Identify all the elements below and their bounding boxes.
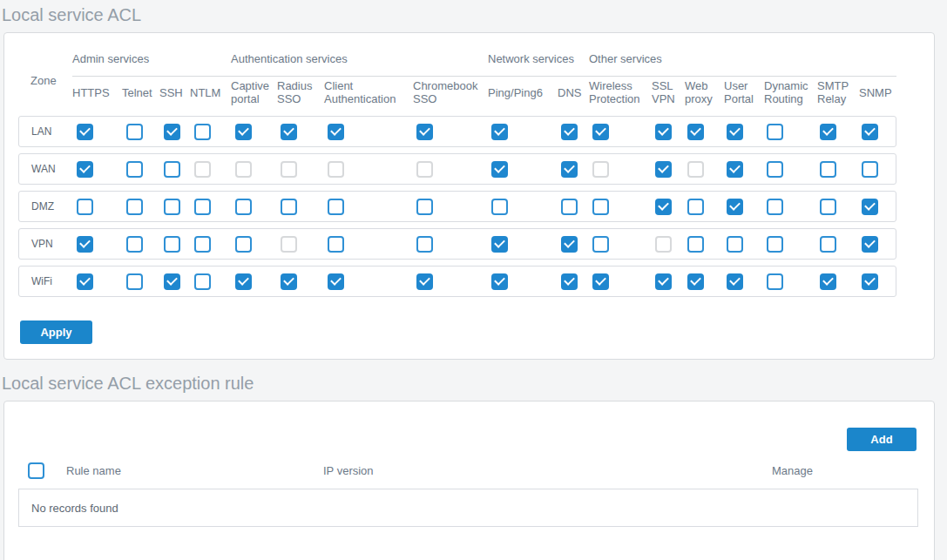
checkbox-lan-dns[interactable]: [561, 124, 578, 140]
apply-button[interactable]: Apply: [20, 320, 92, 344]
checkbox-dmz-web-proxy[interactable]: [687, 199, 704, 215]
cell-lan-dns: [558, 124, 589, 140]
cell-dmz-ntlm: [191, 199, 232, 215]
select-all-checkbox[interactable]: [28, 462, 44, 479]
checkbox-vpn-client-authentication[interactable]: [328, 236, 344, 253]
checkbox-dmz-dns[interactable]: [561, 199, 578, 215]
checkbox-dmz-ping-ping6[interactable]: [491, 199, 508, 215]
cell-vpn-radius-sso: [277, 236, 324, 253]
checkbox-vpn-web-proxy[interactable]: [687, 236, 704, 253]
checkbox-wifi-user-portal[interactable]: [727, 273, 743, 290]
checkbox-wifi-client-authentication[interactable]: [328, 273, 344, 290]
checkbox-dmz-chromebook-sso[interactable]: [416, 199, 433, 215]
checkbox-vpn-https[interactable]: [77, 236, 93, 253]
cell-lan-https: [73, 124, 123, 140]
checkbox-wan-dns[interactable]: [561, 161, 578, 178]
checkbox-wifi-ntlm[interactable]: [194, 273, 211, 290]
column-header-ntlm: NTLM: [190, 87, 231, 100]
checkbox-wifi-radius-sso[interactable]: [281, 273, 297, 290]
checkbox-wifi-ping-ping6[interactable]: [491, 273, 508, 290]
checkbox-wan-dynamic-routing[interactable]: [767, 161, 783, 178]
checkbox-wifi-dns[interactable]: [561, 273, 578, 290]
checkbox-vpn-ping-ping6[interactable]: [491, 236, 508, 253]
checkbox-dmz-wireless-protection[interactable]: [592, 199, 609, 215]
checkbox-wan-https[interactable]: [77, 161, 93, 178]
column-header-telnet: Telnet: [122, 87, 159, 100]
checkbox-vpn-snmp[interactable]: [862, 236, 878, 253]
checkbox-lan-ssl-vpn[interactable]: [655, 124, 672, 140]
checkbox-wan-telnet[interactable]: [126, 161, 143, 178]
column-header-client-authentication: Client Authentication: [324, 80, 413, 105]
checkbox-wifi-snmp[interactable]: [862, 273, 878, 290]
service-label-row: HTTPSTelnetSSHNTLMCaptive portalRadius S…: [72, 77, 896, 110]
checkbox-wifi-chromebook-sso[interactable]: [416, 273, 433, 290]
checkbox-vpn-telnet[interactable]: [126, 236, 143, 253]
checkbox-dmz-ssh[interactable]: [164, 199, 180, 215]
cell-wan-https: [73, 161, 123, 178]
checkbox-wan-captive-portal: [235, 161, 252, 178]
cell-lan-captive-portal: [232, 124, 278, 140]
checkbox-wifi-captive-portal[interactable]: [235, 273, 252, 290]
cell-dmz-ssl-vpn: [652, 199, 685, 215]
checkbox-vpn-smtp-relay[interactable]: [820, 236, 836, 253]
cell-lan-web-proxy: [684, 124, 723, 140]
checkbox-wan-user-portal[interactable]: [727, 161, 743, 178]
zone-label: VPN: [19, 238, 73, 250]
checkbox-wan-ssl-vpn[interactable]: [655, 161, 672, 178]
checkbox-wifi-ssh[interactable]: [164, 273, 180, 290]
checkbox-lan-radius-sso[interactable]: [281, 124, 297, 140]
checkbox-dmz-ssl-vpn[interactable]: [655, 199, 672, 215]
checkbox-vpn-wireless-protection[interactable]: [592, 236, 609, 253]
checkbox-wan-smtp-relay[interactable]: [820, 161, 836, 178]
checkbox-dmz-captive-portal[interactable]: [235, 199, 252, 215]
checkbox-vpn-dynamic-routing[interactable]: [767, 236, 783, 253]
checkbox-lan-telnet[interactable]: [126, 124, 143, 140]
checkbox-dmz-telnet[interactable]: [126, 199, 143, 215]
checkbox-vpn-ssh[interactable]: [164, 236, 180, 253]
checkbox-lan-ssh[interactable]: [164, 124, 180, 140]
cell-wifi-captive-portal: [232, 273, 278, 290]
checkbox-vpn-dns[interactable]: [561, 236, 578, 253]
cell-wifi-ssl-vpn: [652, 273, 685, 290]
checkbox-dmz-ntlm[interactable]: [194, 199, 211, 215]
checkbox-wan-ping-ping6[interactable]: [491, 161, 508, 178]
checkbox-dmz-https[interactable]: [77, 199, 93, 215]
checkbox-dmz-smtp-relay[interactable]: [820, 199, 836, 215]
checkbox-lan-client-authentication[interactable]: [328, 124, 344, 140]
checkbox-lan-https[interactable]: [77, 124, 93, 140]
checkbox-dmz-radius-sso[interactable]: [281, 199, 297, 215]
checkbox-wifi-wireless-protection[interactable]: [592, 273, 609, 290]
cell-vpn-ntlm: [191, 236, 232, 253]
cell-dmz-client-authentication: [324, 199, 413, 215]
checkbox-wifi-smtp-relay[interactable]: [820, 273, 836, 290]
checkbox-wifi-dynamic-routing[interactable]: [767, 273, 783, 290]
checkbox-vpn-ntlm[interactable]: [194, 236, 211, 253]
checkbox-wifi-telnet[interactable]: [126, 273, 143, 290]
checkbox-lan-web-proxy[interactable]: [687, 124, 704, 140]
checkbox-lan-wireless-protection[interactable]: [592, 124, 609, 140]
checkbox-dmz-user-portal[interactable]: [727, 199, 743, 215]
checkbox-dmz-snmp[interactable]: [862, 199, 878, 215]
checkbox-lan-dynamic-routing[interactable]: [767, 124, 783, 140]
checkbox-wan-ssh[interactable]: [164, 161, 180, 178]
checkbox-wifi-ssl-vpn[interactable]: [655, 273, 672, 290]
checkbox-dmz-client-authentication[interactable]: [328, 199, 344, 215]
checkbox-wifi-https[interactable]: [77, 273, 93, 290]
cell-dmz-chromebook-sso: [413, 199, 488, 215]
checkbox-lan-ntlm[interactable]: [194, 124, 211, 140]
cell-vpn-https: [73, 236, 123, 253]
checkbox-dmz-dynamic-routing[interactable]: [767, 199, 783, 215]
checkbox-vpn-captive-portal[interactable]: [235, 236, 252, 253]
checkbox-lan-snmp[interactable]: [862, 124, 878, 140]
checkbox-vpn-chromebook-sso[interactable]: [416, 236, 433, 253]
add-button[interactable]: Add: [847, 428, 917, 451]
checkbox-lan-captive-portal[interactable]: [235, 124, 252, 140]
checkbox-lan-ping-ping6[interactable]: [491, 124, 508, 140]
checkbox-lan-chromebook-sso[interactable]: [416, 124, 433, 140]
checkbox-lan-smtp-relay[interactable]: [820, 124, 836, 140]
cell-dmz-ssh: [160, 199, 191, 215]
checkbox-wan-snmp[interactable]: [862, 161, 878, 178]
checkbox-vpn-user-portal[interactable]: [727, 236, 743, 253]
checkbox-wifi-web-proxy[interactable]: [687, 273, 704, 290]
checkbox-lan-user-portal[interactable]: [727, 124, 743, 140]
